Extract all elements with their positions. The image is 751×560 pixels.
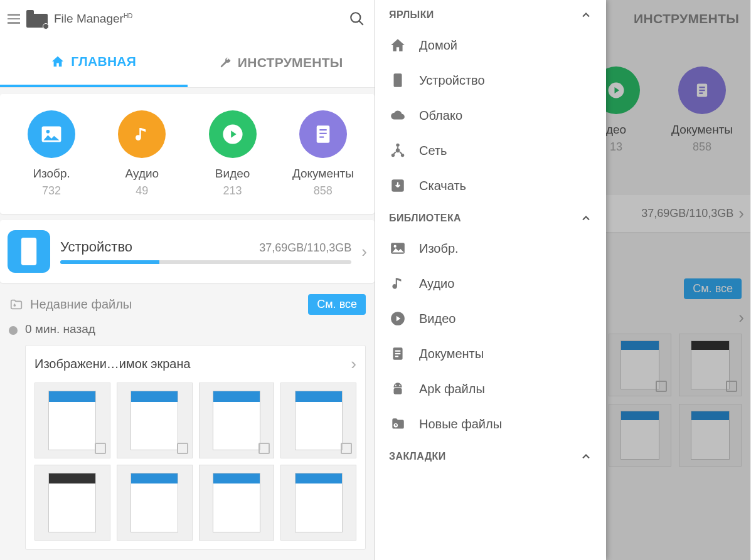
image-icon <box>389 240 407 257</box>
recent-timeline: 0 мин. назад Изображени…имок экрана › <box>0 322 375 550</box>
drawer-item[interactable]: Документы <box>375 336 606 371</box>
drawer-section-title: БИБЛИОТЕКА <box>389 213 461 224</box>
category-label: Документы <box>292 167 354 181</box>
svg-line-1 <box>359 21 363 25</box>
drawer-item-label: Устройство <box>419 73 485 88</box>
tab-tools[interactable]: ИНСТРУМЕНТЫ <box>188 38 375 87</box>
category-documents[interactable]: Документы858 <box>278 110 368 198</box>
tabs: ГЛАВНАЯ ИНСТРУМЕНТЫ <box>0 38 375 88</box>
thumbnail[interactable] <box>117 465 193 541</box>
storage-body: Устройство 37,69GB/110,3GB <box>60 239 351 264</box>
category-label: Изобр. <box>33 167 70 181</box>
home-icon <box>389 36 407 54</box>
category-label: Аудио <box>125 167 159 181</box>
play-c-icon <box>389 310 407 327</box>
drawer-item[interactable]: Видео <box>375 301 606 336</box>
drawer-item[interactable]: Устройство <box>375 63 606 98</box>
categories-card: Изобр.732Аудио49Видео213Документы858 <box>0 94 375 214</box>
category-label: Видео <box>215 167 250 181</box>
drawer-section-title: ЯРЛЫКИ <box>389 9 434 21</box>
category-count: 49 <box>136 184 148 198</box>
drawer-item-label: Новые файлы <box>419 417 502 431</box>
wrench-icon <box>219 56 232 69</box>
drawer-item-label: Облако <box>419 108 462 123</box>
storage-card[interactable]: Устройство 37,69GB/110,3GB › <box>0 220 375 283</box>
svg-point-3 <box>46 130 50 134</box>
drawer-item-label: Изобр. <box>419 241 459 256</box>
svg-rect-9 <box>21 238 36 265</box>
chevron-up-icon <box>580 9 592 21</box>
thumbnail-grid <box>35 383 356 541</box>
svg-rect-16 <box>394 73 402 87</box>
thumbnail[interactable] <box>199 383 275 458</box>
network-icon <box>389 142 407 159</box>
phone-icon <box>389 71 407 89</box>
drawer-item[interactable]: Скачать <box>375 168 606 203</box>
storage-title: Устройство <box>60 239 132 255</box>
audio-icon <box>118 110 166 158</box>
recent-group-title: Изображени…имок экрана <box>35 357 191 371</box>
thumbnail[interactable] <box>280 383 356 458</box>
svg-point-20 <box>396 144 399 147</box>
music-icon <box>389 275 407 292</box>
drawer-item[interactable]: Сеть <box>375 133 606 168</box>
chevron-up-icon <box>580 212 592 225</box>
svg-point-31 <box>399 385 400 386</box>
drawer-item-label: Apk файлы <box>419 382 485 396</box>
category-images[interactable]: Изобр.732 <box>6 110 97 198</box>
documents-icon <box>299 110 347 158</box>
tab-home[interactable]: ГЛАВНАЯ <box>0 38 188 87</box>
chevron-right-icon: › <box>361 242 367 262</box>
thumbnail[interactable] <box>117 383 193 458</box>
svg-rect-29 <box>394 388 402 394</box>
menu-button[interactable] <box>8 14 20 24</box>
thumbnail[interactable] <box>280 465 356 541</box>
category-count: 858 <box>314 184 333 198</box>
storage-progress <box>60 260 351 264</box>
android-icon <box>389 380 407 398</box>
drawer-item[interactable]: Новые файлы <box>375 406 606 441</box>
category-audio[interactable]: Аудио49 <box>97 110 187 198</box>
storage-value: 37,69GB/110,3GB <box>259 241 351 255</box>
search-icon <box>349 11 365 27</box>
app-logo-icon <box>26 10 48 28</box>
thumbnail[interactable] <box>35 383 110 458</box>
video-icon <box>209 110 257 158</box>
category-video[interactable]: Видео213 <box>188 110 278 198</box>
category-count: 213 <box>223 184 242 198</box>
navigation-drawer: ЯРЛЫКИДомойУстройствоОблакоСетьСкачатьБИ… <box>375 0 606 560</box>
download-icon <box>389 177 407 194</box>
category-count: 732 <box>42 184 61 198</box>
drawer-item-label: Аудио <box>419 277 454 291</box>
drawer-item[interactable]: Изобр. <box>375 231 606 266</box>
chevron-right-icon: › <box>351 354 356 374</box>
timeline-time: 0 мин. назад <box>25 322 366 336</box>
cloud-icon <box>389 107 407 124</box>
timeline-dot <box>9 326 18 335</box>
tab-home-label: ГЛАВНАЯ <box>71 54 136 69</box>
recent-group-card[interactable]: Изображени…имок экрана › <box>25 345 366 550</box>
drawer-section-library[interactable]: БИБЛИОТЕКА <box>375 203 606 231</box>
home-icon <box>51 55 65 68</box>
drawer-item[interactable]: Apk файлы <box>375 371 606 406</box>
recent-title: Недавние файлы <box>30 297 302 312</box>
storage-icon <box>8 230 50 273</box>
app-title: File ManagerHD <box>54 12 132 26</box>
drawer-section-title: ЗАКЛАДКИ <box>389 451 446 462</box>
recent-folder-icon <box>9 298 24 312</box>
drawer-item[interactable]: Домой <box>375 28 606 63</box>
drawer-item[interactable]: Облако <box>375 98 606 133</box>
images-icon <box>28 110 75 158</box>
search-button[interactable] <box>347 9 367 29</box>
see-all-button[interactable]: См. все <box>308 294 366 315</box>
svg-point-30 <box>395 385 397 386</box>
screen-main: File ManagerHD ГЛАВНАЯ ИНСТРУМЕНТЫ Изобр… <box>0 0 375 560</box>
drawer-section-bookmarks[interactable]: ЗАКЛАДКИ <box>375 441 606 469</box>
thumbnail[interactable] <box>199 465 275 541</box>
recent-icon <box>389 415 407 433</box>
chevron-up-icon <box>580 450 592 463</box>
tab-tools-label: ИНСТРУМЕНТЫ <box>238 55 343 70</box>
drawer-section-shortcuts[interactable]: ЯРЛЫКИ <box>375 0 606 28</box>
drawer-item[interactable]: Аудио <box>375 266 606 301</box>
thumbnail[interactable] <box>35 465 110 541</box>
